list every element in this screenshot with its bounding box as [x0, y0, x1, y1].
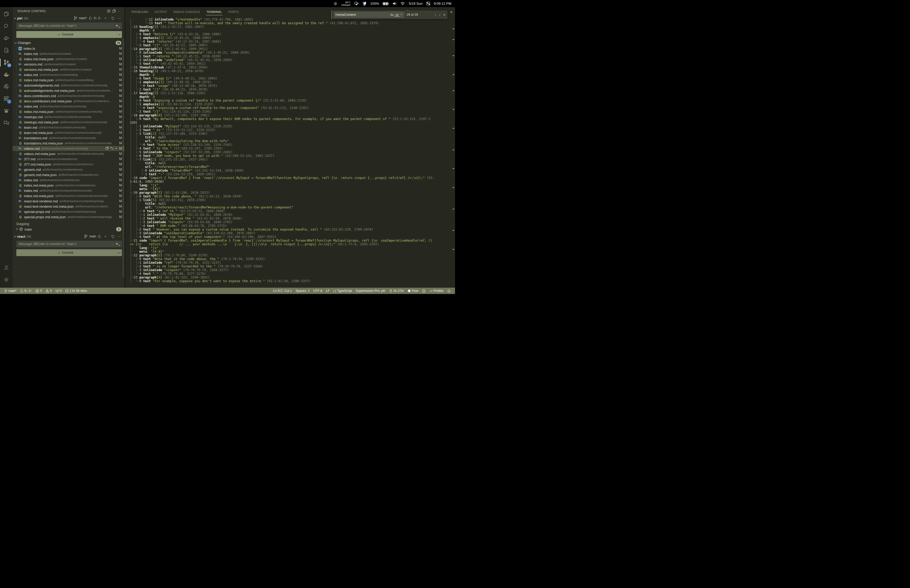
file-row[interactable]: M↓index.mdpiri/ko/react/src/contentM: [13, 51, 124, 57]
file-row[interactable]: {}index.md.meta.jsonpiri/ko/react/src/co…: [13, 193, 124, 199]
whole-word-icon[interactable]: ab: [394, 13, 399, 16]
file-row[interactable]: M↓generic.mdpiri/ko/react/src/content/er…: [13, 167, 124, 172]
file-row[interactable]: M↓videos.mdpiri/ko/react/src/content/com…: [13, 146, 124, 151]
file-row[interactable]: {}377.md.meta.jsonpiri/ko/react/src/cont…: [13, 162, 124, 167]
find-input[interactable]: [335, 13, 390, 16]
status-item-typescript[interactable]: { }TypeScript: [331, 289, 354, 293]
status-item-0-2-[interactable]: 0↓ 2↑: [18, 289, 34, 293]
activity-item-paw-extension[interactable]: [0, 105, 13, 117]
file-row[interactable]: {}videos.md.meta.jsonpiri/ko/react/src/c…: [13, 151, 124, 156]
tab-debug-console[interactable]: DEBUG CONSOLE: [171, 7, 203, 16]
file-row[interactable]: {}translations.md.meta.jsonpiri/ko/react…: [13, 141, 124, 146]
display-app-icon[interactable]: [362, 2, 367, 5]
refresh-icon[interactable]: [110, 234, 115, 239]
view-as-list-icon[interactable]: [106, 8, 112, 14]
copilot-sparkle-icon[interactable]: ✦✦: [115, 24, 120, 28]
terminal-scrollbar[interactable]: [453, 18, 454, 287]
file-row[interactable]: M↓react-test-renderer.mdpiri/ko/react/sr…: [13, 199, 124, 204]
commit-check-icon[interactable]: ✓: [103, 16, 108, 21]
stage-changes-icon[interactable]: +: [115, 147, 117, 150]
menu-clock[interactable]: 9:09:12 PM: [434, 2, 452, 5]
repo-header-react[interactable]: react Git main ✓ ⋯: [13, 233, 124, 239]
outgoing-main-row[interactable]: main 2: [13, 226, 124, 232]
commit-button[interactable]: ✓ Commit: [16, 249, 122, 256]
status-item[interactable]: [420, 289, 427, 293]
file-row[interactable]: {}acknowledgements.md.meta.jsonpiri/ko/r…: [13, 88, 124, 93]
tab-problems[interactable]: PROBLEMS: [129, 7, 151, 16]
brightness-icon[interactable]: [333, 2, 338, 6]
find-prev-icon[interactable]: ↑: [435, 13, 436, 17]
status-item-lf[interactable]: LF: [324, 289, 331, 293]
file-row[interactable]: TSindex.tsM: [13, 46, 124, 51]
status-item-flow[interactable]: Flow: [406, 289, 420, 293]
file-row[interactable]: {}index.md.meta.jsonpiri/ko/react/src/co…: [13, 78, 124, 82]
sync-icon[interactable]: [89, 16, 92, 21]
file-row[interactable]: M↓docs-contributors.mdpiri/ko/react/src/…: [13, 93, 124, 99]
activity-item-chat[interactable]: [0, 117, 13, 129]
repositories-icon[interactable]: [112, 8, 116, 14]
file-row[interactable]: M↓index.mdpiri/ko/react/src/content/comm…: [13, 104, 124, 109]
copilot-sparkle-icon[interactable]: ✦✦: [115, 242, 120, 247]
more-actions-icon[interactable]: ⋯: [116, 8, 122, 14]
file-row[interactable]: M↓index.mdpiri/ko/react/src/content/refe…: [13, 188, 124, 193]
file-row[interactable]: {}generic.md.meta.jsonpiri/ko/react/src/…: [13, 172, 124, 178]
match-case-icon[interactable]: Aa: [390, 13, 394, 16]
status-item-main-[interactable]: main*: [3, 289, 18, 293]
commit-dropdown[interactable]: [116, 249, 122, 256]
tab-ports[interactable]: PORTS: [226, 7, 241, 16]
activity-item-run-debug[interactable]: [0, 32, 13, 44]
find-next-icon[interactable]: ↓: [439, 13, 441, 17]
terminal-output[interactable]: │ ├─12 inlineCode "createHandle" (41:774…: [130, 18, 449, 287]
open-file-icon[interactable]: [105, 147, 109, 150]
sync-counts[interactable]: 0↓ 2↑: [94, 16, 101, 20]
status-item[interactable]: [446, 289, 453, 293]
status-item-prettier[interactable]: ✓✓Prettier: [427, 289, 446, 293]
sidebar-scrollbar[interactable]: [123, 38, 124, 277]
file-row[interactable]: M↓versions.mdpiri/ko/react/src/contentM: [13, 61, 124, 67]
activity-item-docker[interactable]: [0, 69, 13, 81]
repo-more-icon[interactable]: ⋯: [116, 234, 122, 239]
activity-item-cmake-tools[interactable]: C++: [0, 44, 13, 57]
file-row[interactable]: {}index.md.meta.jsonpiri/ko/react/src/co…: [13, 109, 124, 114]
file-row[interactable]: {}meetups.md.meta.jsonpiri/ko/react/src/…: [13, 120, 124, 125]
commit-check-icon[interactable]: ✓: [103, 234, 108, 239]
file-row[interactable]: {}index.md.meta.jsonpiri/ko/react/src/co…: [13, 183, 124, 188]
status-item-2h-27m[interactable]: 2h 27m: [387, 289, 406, 293]
commit-button[interactable]: ✓ Commit: [16, 31, 122, 38]
status-item-0[interactable]: 0: [44, 289, 54, 293]
panel-close-icon[interactable]: ×: [450, 10, 453, 14]
control-center-icon[interactable]: [426, 2, 430, 5]
activity-item-source-control[interactable]: 33: [0, 57, 13, 69]
file-row[interactable]: M↓team.mdpiri/ko/react/src/content/commu…: [13, 125, 124, 130]
file-row[interactable]: M↓index.mdpiri/ko/react/src/content/blog…: [13, 72, 124, 78]
refresh-icon[interactable]: [110, 16, 115, 21]
activity-item-extensions[interactable]: 1: [0, 93, 13, 105]
activity-item-settings[interactable]: [0, 274, 13, 286]
menu-date[interactable]: 5/19 Sun: [409, 2, 422, 5]
find-close-icon[interactable]: ×: [443, 13, 445, 17]
repo-more-icon[interactable]: ⋯: [116, 16, 122, 21]
file-row[interactable]: M↓translations.mdpiri/ko/react/src/conte…: [13, 135, 124, 141]
file-row[interactable]: M↓377.mdpiri/ko/react/src/content/errors…: [13, 156, 124, 162]
volume-icon[interactable]: [393, 2, 397, 5]
file-row[interactable]: {}versions.md.meta.jsonpiri/ko/react/src…: [13, 67, 124, 72]
file-row[interactable]: M↓special-props.mdpiri/ko/react/src/cont…: [13, 209, 124, 214]
repo-branch[interactable]: main*: [79, 16, 87, 20]
status-item-ln-317-col-1[interactable]: Ln 317, Col 1: [271, 289, 294, 293]
file-row[interactable]: {}team.md.meta.jsonpiri/ko/react/src/con…: [13, 130, 124, 135]
tab-terminal[interactable]: TERMINAL: [204, 7, 225, 16]
file-row[interactable]: M↓meetups.mdpiri/ko/react/src/content/co…: [13, 114, 124, 120]
activity-item-search[interactable]: [0, 20, 13, 32]
file-row[interactable]: {}react-test-renderer.md.meta.jsonpiri/k…: [13, 204, 124, 209]
status-item-1-hr-34-mins[interactable]: 1 hr 34 mins: [63, 289, 89, 293]
activity-item-python[interactable]: [0, 81, 13, 93]
temp-fan-readout[interactable]: 59°C 1352rpm: [341, 1, 351, 6]
changes-header[interactable]: Changes 33: [13, 40, 124, 46]
status-item-0[interactable]: 0: [34, 289, 44, 293]
repo-branch[interactable]: main: [89, 234, 96, 238]
file-row[interactable]: {}special-props.md.meta.jsonpiri/ko/reac…: [13, 214, 124, 220]
file-row[interactable]: {}docs-contributors.md.meta.jsonpiri/ko/…: [13, 99, 124, 104]
commit-message-input[interactable]: [16, 241, 122, 247]
regex-icon[interactable]: .*: [399, 13, 403, 16]
file-row[interactable]: M↓index.mdpiri/ko/react/src/content/erro…: [13, 178, 124, 183]
